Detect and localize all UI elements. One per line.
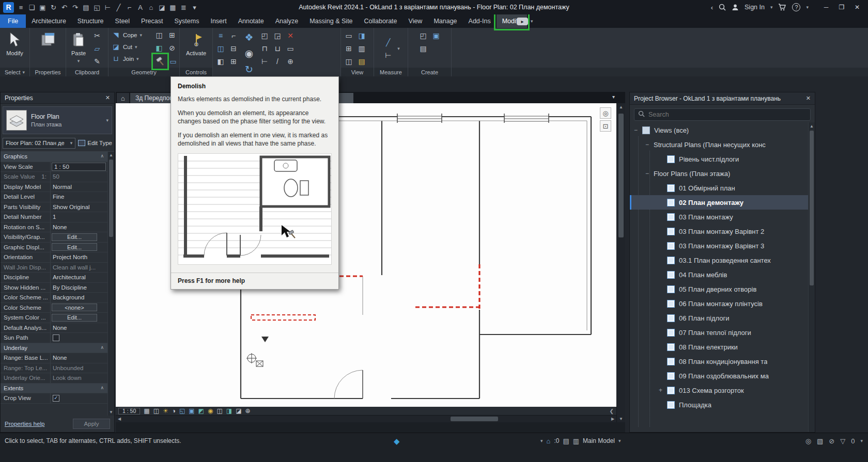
tree-expander-icon[interactable]: − bbox=[634, 126, 642, 134]
grid-icon[interactable]: ▦ bbox=[167, 2, 178, 13]
collapse-search-icon[interactable]: ‹ bbox=[711, 4, 713, 11]
view-bar-expand-icon[interactable]: ❮ bbox=[610, 408, 614, 414]
property-row[interactable]: Underlay Orie... Look down bbox=[1, 373, 107, 384]
scroll-up-icon[interactable]: ▲ bbox=[108, 152, 114, 158]
temporary-hide-isolate-icon[interactable]: ◩ bbox=[198, 408, 204, 414]
active-workset-icon[interactable]: ▥ bbox=[573, 437, 579, 445]
tab-annotate[interactable]: Annotate bbox=[233, 14, 270, 28]
property-value[interactable]: Project North bbox=[51, 254, 107, 260]
property-row[interactable]: Graphic Displ... Edit... bbox=[1, 243, 107, 253]
editable-only-icon[interactable]: ⌂ bbox=[547, 437, 551, 445]
tab-insert[interactable]: Insert bbox=[205, 14, 232, 28]
browser-tree-item[interactable]: 08 План електрики bbox=[630, 340, 808, 354]
property-row[interactable]: Scale Value 1: 50 bbox=[1, 172, 107, 182]
browser-tree-item[interactable]: 01 Обмірний план bbox=[630, 181, 808, 195]
property-value[interactable]: Unbounded bbox=[51, 365, 107, 371]
instance-combo[interactable]: Floor Plan: 02 План де▾ bbox=[3, 138, 75, 149]
modify-tool-button[interactable]: Modify bbox=[2, 29, 28, 67]
qat-customize-icon[interactable]: ▾ bbox=[189, 2, 200, 13]
reveal-hidden-ribbon-icon[interactable]: ▤ bbox=[355, 55, 368, 68]
property-row[interactable]: Show Hidden ... By Discipline bbox=[1, 283, 107, 293]
tab-view[interactable]: View bbox=[403, 14, 428, 28]
property-value[interactable]: Edit... bbox=[52, 243, 97, 251]
property-value[interactable]: None bbox=[51, 224, 107, 230]
selection-filter-icon[interactable]: ▽ bbox=[840, 437, 845, 445]
open-icon[interactable]: ❏ bbox=[26, 2, 37, 13]
tab-list-caret-icon[interactable]: ▾ bbox=[612, 94, 615, 100]
horizontal-scroll-thumb[interactable] bbox=[451, 417, 498, 421]
view-sheet-icon[interactable]: ▭ bbox=[343, 29, 355, 42]
mirror-pick-icon[interactable]: ⊟ bbox=[227, 42, 240, 55]
undo-icon[interactable]: ↶ bbox=[59, 2, 70, 13]
properties-scrollbar[interactable]: ▲ ▼ bbox=[107, 152, 114, 416]
browser-tree-item[interactable]: 03 План монтажу Варівнт 2 bbox=[630, 224, 808, 238]
sync-icon[interactable]: ↻ bbox=[48, 2, 59, 13]
user-icon[interactable] bbox=[732, 4, 739, 11]
override-graphics-icon[interactable]: ⊞ bbox=[343, 42, 355, 55]
crop-view-icon[interactable]: ◱ bbox=[179, 408, 185, 414]
tab-file[interactable]: File bbox=[0, 14, 26, 28]
browser-tree-item[interactable]: 03.1 План розведення сантех bbox=[630, 253, 808, 267]
measure-qat-icon[interactable]: ⌐ bbox=[124, 2, 135, 13]
section-icon[interactable]: ◪ bbox=[157, 2, 167, 13]
property-value[interactable]: <none> bbox=[52, 304, 97, 311]
cope-button[interactable]: ◥ Cope▾ bbox=[110, 29, 151, 41]
tab-systems[interactable]: Systems bbox=[168, 14, 205, 28]
thin-lines-icon[interactable]: ≣ bbox=[178, 2, 189, 13]
type-selector-caret-icon[interactable]: ▾ bbox=[106, 118, 109, 123]
shadows-icon[interactable]: ◑ bbox=[172, 408, 176, 414]
property-row[interactable]: Visibility/Grap... Edit... bbox=[1, 232, 107, 243]
browser-tree-item[interactable]: 04 План меблів bbox=[630, 267, 808, 282]
property-value[interactable]: Clean all wall j... bbox=[51, 264, 107, 270]
property-value[interactable] bbox=[51, 395, 107, 402]
property-value[interactable]: Normal bbox=[51, 184, 107, 190]
property-row[interactable]: Underlay bbox=[1, 343, 107, 354]
property-row[interactable]: Detail Level Fine bbox=[1, 192, 107, 202]
property-row[interactable]: Discipline Architectural bbox=[1, 273, 107, 283]
properties-toggle-button[interactable] bbox=[35, 29, 61, 67]
browser-scroll-up-icon[interactable]: ▲ bbox=[809, 122, 815, 130]
tree-expander-icon[interactable]: − bbox=[645, 170, 654, 177]
linework-icon[interactable]: ▭ bbox=[167, 55, 179, 68]
active-workset-label[interactable]: Main Model bbox=[583, 437, 615, 444]
property-row[interactable]: Range: Base L... None bbox=[1, 353, 107, 363]
property-value[interactable]: Edit... bbox=[52, 233, 97, 241]
property-row[interactable]: Range: Top Le... Unbounded bbox=[1, 363, 107, 374]
app-store-cart-icon[interactable] bbox=[778, 4, 786, 11]
properties-close-icon[interactable]: ✕ bbox=[105, 94, 110, 101]
property-value[interactable]: Edit... bbox=[52, 314, 97, 322]
project-browser-close-icon[interactable]: ✕ bbox=[806, 95, 811, 102]
property-value[interactable]: Show Original bbox=[51, 204, 107, 210]
exclude-options-icon[interactable]: ▧ bbox=[817, 437, 823, 445]
tab-steel[interactable]: Steel bbox=[110, 14, 136, 28]
save-icon[interactable]: ▣ bbox=[37, 2, 48, 13]
create-assembly-icon[interactable]: ▤ bbox=[417, 42, 429, 55]
copy-icon[interactable]: ◉ bbox=[241, 45, 257, 61]
dimension-icon[interactable]: ⊢ bbox=[102, 2, 113, 13]
measure-caret-icon[interactable]: ▾ bbox=[397, 46, 400, 51]
sheet-icon[interactable]: ◱ bbox=[91, 2, 102, 13]
default-3d-view-icon[interactable]: ⌂ bbox=[146, 2, 157, 13]
create-parts-icon[interactable]: ▣ bbox=[430, 29, 442, 42]
property-row[interactable]: Sun Path bbox=[1, 333, 107, 343]
scroll-right-icon[interactable]: ▶ bbox=[609, 416, 616, 422]
tab-architecture[interactable]: Architecture bbox=[26, 14, 72, 28]
trim-corner-icon[interactable]: ◰ bbox=[258, 29, 271, 42]
tree-expander-icon[interactable]: + bbox=[659, 387, 667, 394]
measure-icon[interactable]: ╱ bbox=[382, 36, 394, 49]
tab-analyze[interactable]: Analyze bbox=[270, 14, 304, 28]
file-menu-icon[interactable]: ≡ bbox=[16, 2, 26, 13]
show-crop-region-icon[interactable]: ▣ bbox=[189, 408, 194, 414]
split-element-icon[interactable]: / bbox=[271, 55, 284, 68]
line-style-icon[interactable]: ╱ bbox=[113, 2, 124, 13]
tab-precast[interactable]: Precast bbox=[135, 14, 168, 28]
scale-control[interactable]: 1 : 50 bbox=[118, 408, 140, 415]
property-row[interactable]: Parts Visibility Show Original bbox=[1, 202, 107, 213]
property-row[interactable]: Wall Join Disp... Clean all wall j... bbox=[1, 263, 107, 273]
property-value[interactable]: 1 bbox=[51, 214, 107, 220]
reveal-hidden-elements-icon[interactable]: ◉ bbox=[208, 408, 213, 414]
text-icon[interactable]: A bbox=[135, 2, 146, 13]
browser-tree-item[interactable]: 03 План монтажу bbox=[630, 210, 808, 224]
workset-panel-icon[interactable]: ▤ bbox=[563, 437, 569, 445]
tree-expander-icon[interactable]: − bbox=[645, 141, 654, 148]
